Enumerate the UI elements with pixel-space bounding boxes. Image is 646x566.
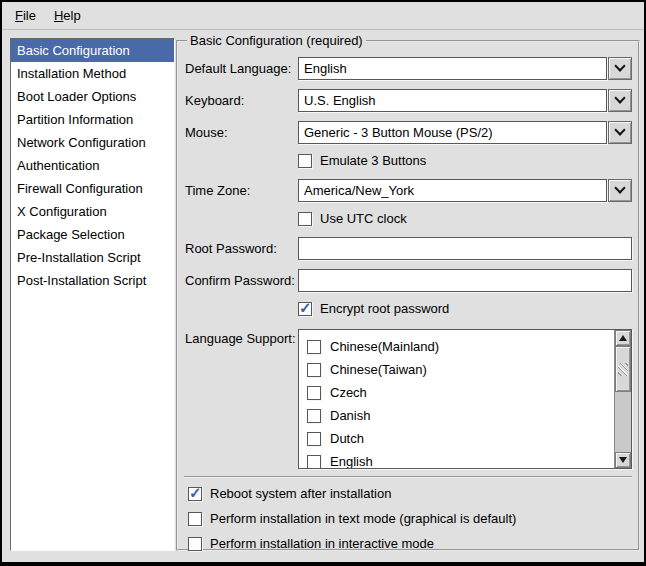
encrypt-root-password-row: Encrypt root password: [298, 301, 632, 316]
scrollbar-down-button[interactable]: [615, 452, 631, 468]
language-support-row: Language Support: Chinese(Mainland) Chin…: [185, 329, 632, 469]
language-danish-checkbox[interactable]: [307, 409, 321, 423]
sidebar-item-partition-information[interactable]: Partition Information: [11, 108, 174, 131]
mouse-value[interactable]: Generic - 3 Button Mouse (PS/2): [298, 121, 607, 144]
list-item[interactable]: English: [307, 450, 614, 468]
menu-file[interactable]: File: [6, 2, 45, 29]
reboot-after-install-row: Reboot system after installation: [188, 486, 632, 501]
list-item[interactable]: Danish: [307, 404, 614, 427]
default-language-combobox[interactable]: English: [298, 57, 632, 80]
scrollbar-up-button[interactable]: [615, 330, 631, 346]
menu-help[interactable]: Help: [45, 2, 90, 29]
sidebar-item-basic-configuration[interactable]: Basic Configuration: [11, 39, 174, 62]
root-password-label: Root Password:: [185, 237, 298, 260]
language-dutch-checkbox[interactable]: [307, 432, 321, 446]
section-list: Basic Configuration Installation Method …: [10, 38, 175, 551]
default-language-value[interactable]: English: [298, 57, 607, 80]
keyboard-dropdown-button[interactable]: [608, 89, 632, 112]
reboot-after-install-label: Reboot system after installation: [210, 486, 391, 501]
root-password-row: Root Password:: [185, 237, 632, 260]
list-item[interactable]: Czech: [307, 381, 614, 404]
sidebar-item-label: Boot Loader Options: [17, 89, 136, 104]
chevron-down-icon: [614, 60, 625, 71]
confirm-password-input[interactable]: [298, 269, 632, 292]
language-chinese-taiwan-checkbox[interactable]: [307, 363, 321, 377]
language-option-label: Chinese(Mainland): [330, 339, 439, 354]
menu-file-label: ile: [23, 8, 36, 23]
language-support-label: Language Support:: [185, 329, 298, 469]
chevron-down-icon: [614, 182, 625, 193]
list-item[interactable]: Chinese(Mainland): [307, 335, 614, 358]
sidebar-item-label: Basic Configuration: [17, 43, 130, 58]
sidebar-item-x-configuration[interactable]: X Configuration: [11, 200, 174, 223]
sidebar-item-installation-method[interactable]: Installation Method: [11, 62, 174, 85]
interactive-mode-install-row: Perform installation in interactive mode: [188, 536, 632, 551]
language-option-label: Czech: [330, 385, 367, 400]
vertical-scrollbar[interactable]: [614, 330, 631, 468]
language-option-label: Danish: [330, 408, 370, 423]
sidebar-item-authentication[interactable]: Authentication: [11, 154, 174, 177]
default-language-dropdown-button[interactable]: [608, 57, 632, 80]
list-item[interactable]: Chinese(Taiwan): [307, 358, 614, 381]
language-english-checkbox[interactable]: [307, 455, 321, 469]
use-utc-clock-checkbox[interactable]: [298, 212, 312, 226]
menubar: File Help: [2, 2, 644, 30]
language-option-label: English: [330, 454, 373, 468]
time-zone-value[interactable]: America/New_York: [298, 179, 607, 202]
sidebar-item-post-installation-script[interactable]: Post-Installation Script: [11, 269, 174, 292]
menu-help-mnemonic: H: [54, 8, 63, 23]
keyboard-combobox[interactable]: U.S. English: [298, 89, 632, 112]
time-zone-row: Time Zone: America/New_York: [185, 179, 632, 202]
reboot-after-install-checkbox[interactable]: [188, 487, 202, 501]
keyboard-label: Keyboard:: [185, 89, 298, 112]
basic-configuration-panel: Basic Configuration (required) Default L…: [176, 33, 640, 551]
scrollbar-grip-icon: [618, 363, 628, 376]
default-language-label: Default Language:: [185, 57, 298, 80]
emulate-3-buttons-checkbox[interactable]: [298, 154, 312, 168]
root-password-input[interactable]: [298, 237, 632, 260]
language-chinese-mainland-checkbox[interactable]: [307, 340, 321, 354]
language-support-viewport: Chinese(Mainland) Chinese(Taiwan) Czech: [299, 330, 614, 468]
scrollbar-thumb[interactable]: [615, 346, 631, 392]
chevron-down-icon: [614, 124, 625, 135]
use-utc-clock-label: Use UTC clock: [320, 211, 407, 226]
sidebar-item-firewall-configuration[interactable]: Firewall Configuration: [11, 177, 174, 200]
language-option-label: Chinese(Taiwan): [330, 362, 427, 377]
language-option-label: Dutch: [330, 431, 364, 446]
sidebar-item-package-selection[interactable]: Package Selection: [11, 223, 174, 246]
text-mode-install-label: Perform installation in text mode (graph…: [210, 511, 516, 526]
confirm-password-row: Confirm Password:: [185, 269, 632, 292]
scrollbar-trough[interactable]: [615, 392, 631, 452]
keyboard-value[interactable]: U.S. English: [298, 89, 607, 112]
panel-separator: [184, 476, 632, 478]
interactive-mode-install-checkbox[interactable]: [188, 537, 202, 551]
arrow-down-icon: [619, 457, 627, 463]
confirm-password-label: Confirm Password:: [185, 269, 298, 292]
emulate-3-buttons-label: Emulate 3 Buttons: [320, 153, 426, 168]
sidebar-item-label: Network Configuration: [17, 135, 146, 150]
encrypt-root-password-checkbox[interactable]: [298, 302, 312, 316]
language-czech-checkbox[interactable]: [307, 386, 321, 400]
menu-file-mnemonic: F: [15, 8, 23, 23]
text-mode-install-checkbox[interactable]: [188, 512, 202, 526]
sidebar-item-boot-loader-options[interactable]: Boot Loader Options: [11, 85, 174, 108]
sidebar-item-pre-installation-script[interactable]: Pre-Installation Script: [11, 246, 174, 269]
time-zone-dropdown-button[interactable]: [608, 179, 632, 202]
sidebar-item-label: Authentication: [17, 158, 99, 173]
sidebar-item-network-configuration[interactable]: Network Configuration: [11, 131, 174, 154]
main-area: Basic Configuration Installation Method …: [2, 30, 644, 562]
kickstart-configurator-window: File Help Basic Configuration Installati…: [0, 0, 646, 566]
chevron-down-icon: [614, 92, 625, 103]
mouse-dropdown-button[interactable]: [608, 121, 632, 144]
time-zone-combobox[interactable]: America/New_York: [298, 179, 632, 202]
time-zone-label: Time Zone:: [185, 179, 298, 202]
list-item[interactable]: Dutch: [307, 427, 614, 450]
default-language-row: Default Language: English: [185, 57, 632, 80]
language-support-list: Chinese(Mainland) Chinese(Taiwan) Czech: [298, 329, 632, 469]
mouse-label: Mouse:: [185, 121, 298, 144]
mouse-combobox[interactable]: Generic - 3 Button Mouse (PS/2): [298, 121, 632, 144]
menu-help-label: elp: [63, 8, 80, 23]
mouse-row: Mouse: Generic - 3 Button Mouse (PS/2): [185, 121, 632, 144]
emulate-3-buttons-row: Emulate 3 Buttons: [298, 153, 632, 168]
panel-legend: Basic Configuration (required): [187, 33, 366, 48]
